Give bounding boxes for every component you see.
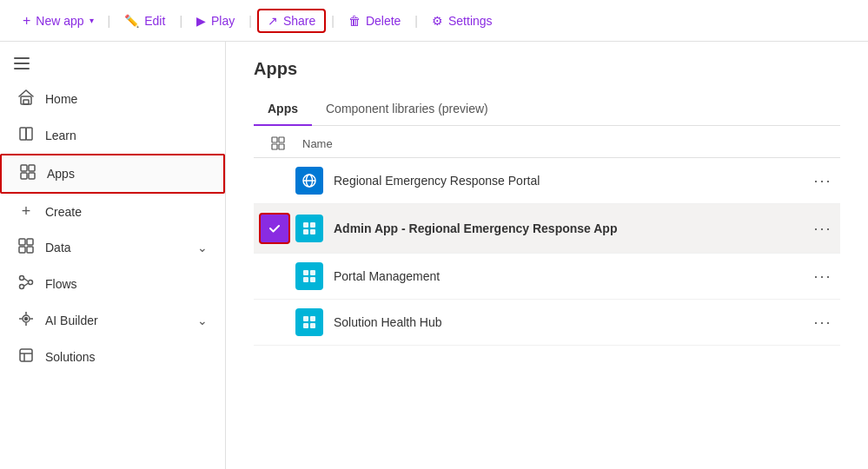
delete-button[interactable]: 🗑 Delete (340, 9, 409, 33)
table-row[interactable]: Portal Management ··· (254, 254, 840, 300)
sidebar-item-create[interactable]: + Create (0, 194, 225, 229)
row2-more-button[interactable]: ··· (805, 220, 840, 238)
row4-more-button[interactable]: ··· (805, 314, 840, 332)
svg-rect-10 (29, 173, 35, 179)
svg-rect-28 (279, 137, 284, 142)
svg-point-17 (20, 285, 24, 289)
row3-app-icon (295, 262, 323, 290)
chevron-down-icon: ▾ (89, 16, 94, 25)
svg-rect-46 (310, 323, 315, 328)
row1-app-icon (295, 167, 323, 195)
svg-rect-7 (21, 165, 27, 171)
svg-rect-8 (29, 165, 35, 171)
tabs-bar: Apps Component libraries (preview) (254, 93, 840, 126)
plus-icon: + (23, 13, 30, 29)
separator: | (179, 14, 182, 28)
row1-more-button[interactable]: ··· (805, 172, 840, 190)
svg-rect-14 (27, 247, 33, 253)
svg-rect-30 (279, 144, 284, 149)
svg-rect-12 (27, 239, 33, 245)
svg-rect-1 (14, 63, 30, 64)
svg-point-19 (25, 318, 28, 320)
row2-app-icon (295, 215, 323, 242)
play-icon: ▶ (196, 14, 206, 28)
row4-app-icon (295, 308, 323, 336)
new-app-button[interactable]: + New app ▾ (14, 8, 103, 34)
svg-rect-39 (303, 270, 308, 275)
svg-rect-45 (303, 323, 308, 328)
svg-rect-9 (21, 173, 27, 179)
flows-icon (17, 274, 35, 294)
table-header-icon-col (254, 136, 302, 150)
ai-builder-chevron-icon: ⌄ (197, 314, 208, 327)
edit-icon: ✏️ (124, 14, 139, 28)
apps-icon (19, 164, 36, 183)
sidebar-item-solutions[interactable]: Solutions (0, 339, 225, 375)
toolbar: + New app ▾ | ✏️ Edit | ▶ Play | ↗ Share… (0, 0, 868, 42)
separator: | (414, 14, 418, 28)
apps-table: Name Regional Emergency Response Portal … (226, 126, 868, 469)
svg-point-15 (20, 276, 24, 281)
tab-apps[interactable]: Apps (254, 93, 312, 126)
settings-icon: ⚙ (432, 14, 443, 28)
separator: | (248, 14, 252, 28)
svg-rect-2 (14, 68, 30, 69)
svg-rect-37 (303, 229, 308, 234)
separator: | (331, 14, 335, 28)
hamburger-menu-button[interactable] (0, 49, 225, 81)
delete-icon: 🗑 (348, 14, 361, 28)
svg-point-16 (29, 281, 33, 285)
content-header: Apps (226, 42, 868, 93)
svg-rect-5 (20, 128, 26, 140)
row2-name: Admin App - Regional Emergency Response … (334, 221, 805, 235)
row3-more-button[interactable]: ··· (805, 268, 840, 286)
svg-rect-0 (14, 57, 30, 59)
svg-rect-4 (23, 100, 29, 104)
table-header: Name (254, 126, 840, 158)
svg-rect-27 (272, 137, 277, 142)
main-layout: Home Learn Apps + (0, 42, 868, 469)
sidebar-item-learn[interactable]: Learn (0, 117, 225, 154)
solutions-icon (17, 347, 35, 367)
svg-rect-11 (19, 239, 25, 245)
row4-name: Solution Health Hub (334, 315, 805, 329)
home-icon (17, 89, 35, 109)
play-button[interactable]: ▶ Play (188, 9, 243, 33)
separator: | (108, 14, 111, 28)
table-header-name: Name (302, 137, 840, 150)
svg-rect-40 (310, 270, 315, 275)
sidebar-item-data[interactable]: Data ⌄ (0, 229, 225, 266)
svg-rect-24 (20, 349, 32, 361)
sidebar-item-flows[interactable]: Flows (0, 266, 225, 302)
share-button[interactable]: ↗ Share (257, 9, 326, 33)
sidebar-item-ai-builder[interactable]: AI Builder ⌄ (0, 302, 225, 339)
settings-button[interactable]: ⚙ Settings (423, 9, 501, 33)
svg-rect-42 (310, 277, 315, 282)
table-row[interactable]: Solution Health Hub ··· (254, 300, 840, 346)
svg-rect-41 (303, 277, 308, 282)
share-icon: ↗ (268, 14, 278, 28)
table-row[interactable]: Regional Emergency Response Portal ··· (254, 158, 840, 204)
selected-check-indicator (259, 213, 290, 244)
row3-name: Portal Management (334, 269, 805, 283)
row2-selector (254, 213, 295, 244)
ai-builder-icon (17, 311, 35, 330)
svg-rect-36 (310, 222, 315, 228)
sidebar: Home Learn Apps + (0, 42, 226, 469)
sidebar-item-apps[interactable]: Apps (0, 154, 225, 194)
svg-rect-13 (19, 247, 25, 253)
tab-component-libraries[interactable]: Component libraries (preview) (312, 93, 502, 126)
table-row[interactable]: Admin App - Regional Emergency Response … (254, 204, 840, 254)
data-icon (17, 238, 35, 257)
edit-button[interactable]: ✏️ Edit (116, 9, 174, 33)
learn-icon (17, 126, 35, 145)
content-area: Apps Apps Component libraries (preview) (226, 42, 868, 469)
row1-name: Regional Emergency Response Portal (334, 174, 805, 188)
svg-rect-38 (310, 229, 315, 234)
svg-rect-35 (303, 222, 308, 228)
create-icon: + (17, 202, 35, 221)
svg-rect-29 (272, 144, 277, 149)
sidebar-item-home[interactable]: Home (0, 81, 225, 117)
page-title: Apps (254, 59, 840, 79)
svg-rect-43 (303, 316, 308, 321)
